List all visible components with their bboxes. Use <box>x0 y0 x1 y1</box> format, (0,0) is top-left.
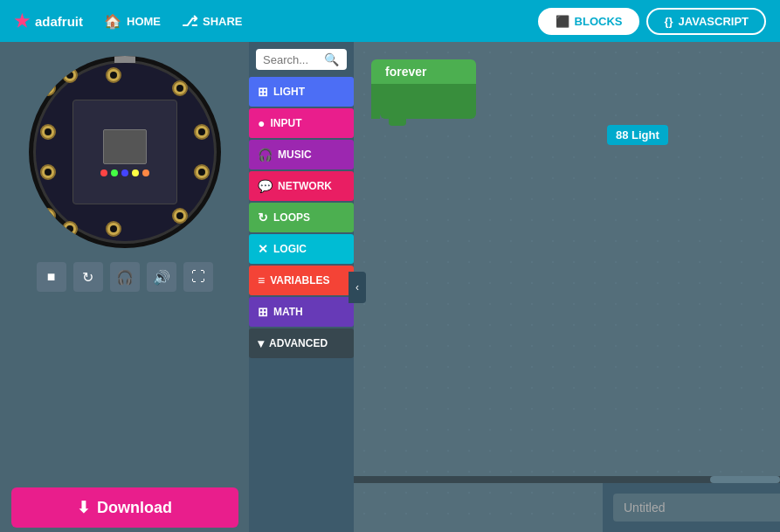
variables-icon: ≡ <box>258 273 265 287</box>
scrollbar-thumb[interactable] <box>710 476 780 483</box>
advanced-icon: ▾ <box>258 336 264 350</box>
logo-star-icon: ★ <box>14 10 30 31</box>
home-icon: 🏠 <box>104 13 121 30</box>
refresh-icon: ↻ <box>82 269 93 286</box>
collapse-icon: ‹ <box>355 281 359 294</box>
controls-row: ■ ↻ 🎧 🔊 ⛶ <box>37 262 213 292</box>
loops-button[interactable]: ↻ LOOPS <box>249 203 354 232</box>
project-name-input[interactable] <box>613 494 780 522</box>
pad-5 <box>172 208 188 224</box>
bottom-input-bar: 💾 <box>603 483 780 532</box>
pad-2 <box>172 80 188 96</box>
header: ★ adafruit 🏠 HOME ⎇ SHARE ⬛ BLOCKS {} JA… <box>0 0 780 42</box>
share-label: SHARE <box>203 15 243 28</box>
music-button[interactable]: 🎧 MUSIC <box>249 140 354 169</box>
pad-12 <box>62 67 78 83</box>
left-panel: ■ ↻ 🎧 🔊 ⛶ ⬇ Download <box>0 42 249 532</box>
led-yellow <box>132 169 139 176</box>
led-red <box>100 169 107 176</box>
bottom-bar: ⬇ Download <box>0 483 249 532</box>
blocks-canvas[interactable]: 88 Light forever 💾 <box>354 42 780 532</box>
blocks-tab[interactable]: ⬛ BLOCKS <box>538 8 640 35</box>
logic-label: LOGIC <box>273 243 307 255</box>
volume-icon: 🔊 <box>153 269 170 286</box>
logo-text: adafruit <box>35 14 83 29</box>
loops-label: LOOPS <box>273 211 310 224</box>
pad-6 <box>106 221 121 237</box>
javascript-tab-icon: {} <box>664 15 673 28</box>
logic-button[interactable]: ✕ LOGIC <box>249 234 354 264</box>
javascript-tab[interactable]: {} JAVASCRIPT <box>646 8 766 35</box>
download-icon: ⬇ <box>77 498 90 517</box>
math-label: MATH <box>273 306 303 318</box>
search-icon: 🔍 <box>324 52 339 66</box>
stop-button[interactable]: ■ <box>37 262 66 292</box>
light-icon: ⊞ <box>258 85 268 99</box>
input-icon: ● <box>258 116 265 130</box>
advanced-label: ADVANCED <box>269 337 328 349</box>
light-label: LIGHT <box>273 86 305 98</box>
blocks-tab-icon: ⬛ <box>556 15 569 28</box>
refresh-button[interactable]: ↻ <box>73 262 103 292</box>
collapse-button[interactable]: ‹ <box>349 272 366 303</box>
download-button[interactable]: ⬇ Download <box>11 487 238 528</box>
leds <box>100 169 149 176</box>
headphones-icon: 🎧 <box>116 269 134 286</box>
forever-block[interactable]: forever <box>371 59 476 119</box>
main: ■ ↻ 🎧 🔊 ⛶ ⬇ Download 🔍 <box>0 42 780 532</box>
forever-block-header: forever <box>371 59 476 84</box>
blocks-tab-label: BLOCKS <box>575 15 623 28</box>
block-notch <box>389 119 406 126</box>
logo[interactable]: ★ adafruit <box>14 10 83 31</box>
advanced-button[interactable]: ▾ ADVANCED <box>249 328 354 358</box>
headphones-button[interactable]: 🎧 <box>110 262 140 292</box>
toolbox: 🔍 ⊞ LIGHT ● INPUT 🎧 MUSIC 💬 NETWORK ↻ LO… <box>249 42 354 532</box>
variables-label: VARIABLES <box>270 274 329 287</box>
usb-port <box>114 56 135 63</box>
pad-7 <box>62 221 78 237</box>
share-icon: ⎇ <box>182 13 197 30</box>
board-circle <box>33 60 217 244</box>
main-chip <box>103 129 147 164</box>
stop-icon: ■ <box>47 269 56 285</box>
pad-11 <box>40 80 56 96</box>
fullscreen-button[interactable]: ⛶ <box>183 262 213 292</box>
search-box[interactable]: 🔍 <box>256 49 347 70</box>
fullscreen-icon: ⛶ <box>191 269 205 285</box>
pad-3 <box>194 124 210 140</box>
pad-8 <box>40 208 56 224</box>
network-label: NETWORK <box>278 180 332 192</box>
pad-9 <box>40 164 56 180</box>
math-icon: ⊞ <box>258 305 268 319</box>
logic-icon: ✕ <box>258 242 268 256</box>
math-button[interactable]: ⊞ MATH <box>249 297 354 327</box>
led-orange <box>142 169 149 176</box>
pad-10 <box>40 124 56 140</box>
search-input[interactable] <box>263 53 324 66</box>
home-label: HOME <box>127 15 161 28</box>
input-button[interactable]: ● INPUT <box>249 108 354 138</box>
loops-icon: ↻ <box>258 211 268 225</box>
horizontal-scrollbar[interactable] <box>354 476 780 483</box>
light-indicator: 88 Light <box>607 125 668 145</box>
share-button[interactable]: ⎇ SHARE <box>182 13 243 30</box>
network-icon: 💬 <box>258 179 273 193</box>
variables-button[interactable]: ≡ VARIABLES <box>249 266 354 295</box>
led-blue <box>121 169 128 176</box>
network-button[interactable]: 💬 NETWORK <box>249 171 354 201</box>
led-green <box>111 169 118 176</box>
music-icon: 🎧 <box>258 148 273 162</box>
javascript-tab-label: JAVASCRIPT <box>679 15 749 28</box>
header-right: ⬛ BLOCKS {} JAVASCRIPT <box>538 8 766 35</box>
pad-4 <box>194 164 210 180</box>
forever-block-body <box>380 84 476 119</box>
music-label: MUSIC <box>278 149 312 161</box>
home-button[interactable]: 🏠 HOME <box>104 13 161 30</box>
volume-button[interactable]: 🔊 <box>147 262 176 292</box>
pad-1 <box>106 67 121 83</box>
board-center <box>72 100 177 204</box>
light-button[interactable]: ⊞ LIGHT <box>249 77 354 107</box>
header-left: ★ adafruit 🏠 HOME ⎇ SHARE <box>14 10 243 31</box>
download-label: Download <box>97 499 172 517</box>
input-label: INPUT <box>270 117 301 129</box>
